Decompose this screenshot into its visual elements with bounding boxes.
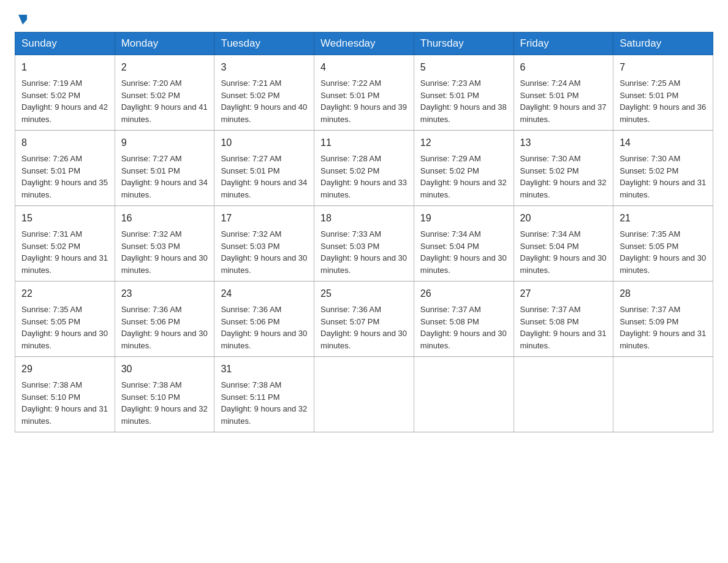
weekday-header-thursday: Thursday (414, 33, 514, 55)
day-number: 12 (420, 136, 507, 150)
sunrise-info: Sunrise: 7:35 AM (620, 228, 707, 240)
day-number: 6 (520, 60, 607, 75)
daylight-info: Daylight: 9 hours and 30 minutes. (420, 252, 507, 276)
daylight-info: Daylight: 9 hours and 31 minutes. (620, 177, 707, 201)
sunset-info: Sunset: 5:10 PM (21, 391, 108, 404)
daylight-info: Daylight: 9 hours and 32 minutes. (420, 177, 507, 201)
logo-arrow-icon (16, 12, 29, 26)
day-number: 30 (121, 362, 208, 377)
calendar-cell: 22Sunrise: 7:35 AMSunset: 5:05 PMDayligh… (15, 282, 115, 357)
day-number: 21 (620, 211, 707, 226)
sunrise-info: Sunrise: 7:38 AM (221, 379, 308, 391)
sunrise-info: Sunrise: 7:29 AM (420, 153, 507, 165)
sunrise-info: Sunrise: 7:24 AM (520, 77, 607, 90)
daylight-info: Daylight: 9 hours and 30 minutes. (121, 327, 208, 351)
sunset-info: Sunset: 5:09 PM (620, 316, 707, 328)
daylight-info: Daylight: 9 hours and 42 minutes. (21, 101, 108, 125)
daylight-info: Daylight: 9 hours and 40 minutes. (221, 101, 308, 125)
calendar-cell: 10Sunrise: 7:27 AMSunset: 5:01 PMDayligh… (214, 131, 314, 206)
daylight-info: Daylight: 9 hours and 32 minutes. (121, 403, 208, 427)
calendar-week-row: 22Sunrise: 7:35 AMSunset: 5:05 PMDayligh… (15, 282, 713, 357)
sunset-info: Sunset: 5:01 PM (221, 165, 308, 177)
calendar-cell: 15Sunrise: 7:31 AMSunset: 5:02 PMDayligh… (15, 206, 115, 282)
day-number: 13 (520, 136, 607, 150)
sunrise-info: Sunrise: 7:36 AM (221, 304, 308, 316)
day-number: 15 (21, 211, 108, 226)
sunset-info: Sunset: 5:01 PM (320, 90, 408, 102)
sunrise-info: Sunrise: 7:34 AM (520, 228, 607, 240)
sunset-info: Sunset: 5:01 PM (21, 165, 108, 177)
calendar-cell (514, 357, 613, 432)
daylight-info: Daylight: 9 hours and 31 minutes. (21, 403, 108, 427)
daylight-info: Daylight: 9 hours and 37 minutes. (520, 101, 607, 125)
calendar-cell: 7Sunrise: 7:25 AMSunset: 5:01 PMDaylight… (613, 55, 713, 131)
sunrise-info: Sunrise: 7:19 AM (21, 77, 108, 90)
sunrise-info: Sunrise: 7:38 AM (21, 379, 108, 391)
calendar-week-row: 8Sunrise: 7:26 AMSunset: 5:01 PMDaylight… (15, 131, 713, 206)
day-number: 23 (121, 286, 208, 301)
sunset-info: Sunset: 5:03 PM (221, 240, 308, 253)
sunset-info: Sunset: 5:02 PM (520, 165, 607, 177)
calendar-cell: 23Sunrise: 7:36 AMSunset: 5:06 PMDayligh… (115, 282, 214, 357)
sunrise-info: Sunrise: 7:28 AM (320, 153, 408, 165)
daylight-info: Daylight: 9 hours and 31 minutes. (620, 327, 707, 351)
sunrise-info: Sunrise: 7:34 AM (420, 228, 507, 240)
weekday-header-friday: Friday (514, 33, 613, 55)
calendar-table: SundayMondayTuesdayWednesdayThursdayFrid… (15, 32, 713, 432)
calendar-cell: 28Sunrise: 7:37 AMSunset: 5:09 PMDayligh… (613, 282, 713, 357)
calendar-cell (314, 357, 414, 432)
day-number: 31 (221, 362, 308, 377)
sunrise-info: Sunrise: 7:27 AM (121, 153, 208, 165)
day-number: 14 (620, 136, 707, 150)
logo (15, 15, 29, 22)
sunrise-info: Sunrise: 7:32 AM (221, 228, 308, 240)
sunrise-info: Sunrise: 7:36 AM (320, 304, 408, 316)
daylight-info: Daylight: 9 hours and 30 minutes. (21, 327, 108, 351)
sunrise-info: Sunrise: 7:32 AM (121, 228, 208, 240)
calendar-cell: 11Sunrise: 7:28 AMSunset: 5:02 PMDayligh… (314, 131, 414, 206)
day-number: 7 (620, 60, 707, 75)
sunset-info: Sunset: 5:01 PM (420, 90, 507, 102)
sunset-info: Sunset: 5:06 PM (121, 316, 208, 328)
calendar-cell: 27Sunrise: 7:37 AMSunset: 5:08 PMDayligh… (514, 282, 613, 357)
sunrise-info: Sunrise: 7:37 AM (420, 304, 507, 316)
calendar-cell: 31Sunrise: 7:38 AMSunset: 5:11 PMDayligh… (214, 357, 314, 432)
day-number: 17 (221, 211, 308, 226)
calendar-week-row: 1Sunrise: 7:19 AMSunset: 5:02 PMDaylight… (15, 55, 713, 131)
calendar-cell: 17Sunrise: 7:32 AMSunset: 5:03 PMDayligh… (214, 206, 314, 282)
sunrise-info: Sunrise: 7:21 AM (221, 77, 308, 90)
daylight-info: Daylight: 9 hours and 34 minutes. (221, 177, 308, 201)
sunset-info: Sunset: 5:06 PM (221, 316, 308, 328)
day-number: 18 (320, 211, 408, 226)
calendar-cell: 19Sunrise: 7:34 AMSunset: 5:04 PMDayligh… (414, 206, 514, 282)
daylight-info: Daylight: 9 hours and 31 minutes. (21, 252, 108, 276)
sunset-info: Sunset: 5:03 PM (121, 240, 208, 253)
calendar-cell: 3Sunrise: 7:21 AMSunset: 5:02 PMDaylight… (214, 55, 314, 131)
day-number: 26 (420, 286, 507, 301)
sunset-info: Sunset: 5:04 PM (520, 240, 607, 253)
daylight-info: Daylight: 9 hours and 30 minutes. (420, 327, 507, 351)
calendar-cell: 24Sunrise: 7:36 AMSunset: 5:06 PMDayligh… (214, 282, 314, 357)
calendar-cell: 25Sunrise: 7:36 AMSunset: 5:07 PMDayligh… (314, 282, 414, 357)
daylight-info: Daylight: 9 hours and 30 minutes. (320, 252, 408, 276)
weekday-header-row: SundayMondayTuesdayWednesdayThursdayFrid… (15, 33, 713, 55)
sunrise-info: Sunrise: 7:27 AM (221, 153, 308, 165)
calendar-cell: 18Sunrise: 7:33 AMSunset: 5:03 PMDayligh… (314, 206, 414, 282)
day-number: 29 (21, 362, 108, 377)
weekday-header-wednesday: Wednesday (314, 33, 414, 55)
calendar-cell: 8Sunrise: 7:26 AMSunset: 5:01 PMDaylight… (15, 131, 115, 206)
sunrise-info: Sunrise: 7:37 AM (520, 304, 607, 316)
sunset-info: Sunset: 5:01 PM (121, 165, 208, 177)
sunrise-info: Sunrise: 7:33 AM (320, 228, 408, 240)
calendar-cell: 12Sunrise: 7:29 AMSunset: 5:02 PMDayligh… (414, 131, 514, 206)
daylight-info: Daylight: 9 hours and 39 minutes. (320, 101, 408, 125)
daylight-info: Daylight: 9 hours and 30 minutes. (620, 252, 707, 276)
sunset-info: Sunset: 5:01 PM (620, 90, 707, 102)
day-number: 25 (320, 286, 408, 301)
calendar-cell: 1Sunrise: 7:19 AMSunset: 5:02 PMDaylight… (15, 55, 115, 131)
daylight-info: Daylight: 9 hours and 34 minutes. (121, 177, 208, 201)
sunset-info: Sunset: 5:02 PM (221, 90, 308, 102)
day-number: 28 (620, 286, 707, 301)
calendar-cell: 29Sunrise: 7:38 AMSunset: 5:10 PMDayligh… (15, 357, 115, 432)
daylight-info: Daylight: 9 hours and 30 minutes. (121, 252, 208, 276)
